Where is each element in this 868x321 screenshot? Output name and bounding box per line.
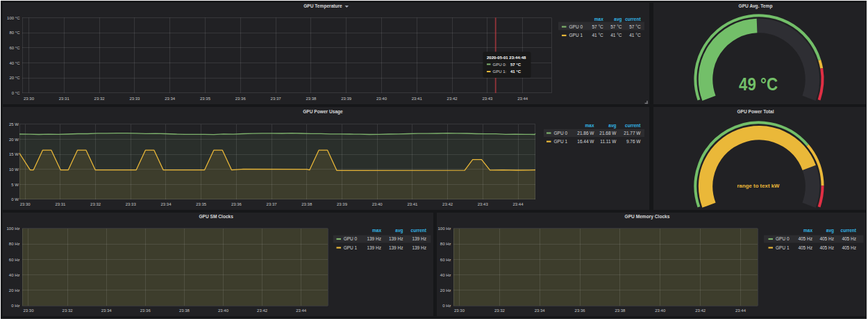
- svg-text:57 °C: 57 °C: [610, 24, 622, 29]
- svg-text:405 Hz: 405 Hz: [819, 245, 834, 250]
- svg-text:21.86 W: 21.86 W: [577, 131, 594, 135]
- svg-text:80 Hz: 80 Hz: [440, 242, 451, 246]
- svg-text:GPU Temperature: GPU Temperature: [303, 3, 342, 9]
- svg-text:57 °C: 57 °C: [629, 24, 641, 29]
- svg-text:16.44 W: 16.44 W: [577, 139, 594, 144]
- svg-text:60 Hz: 60 Hz: [9, 258, 20, 262]
- svg-text:23:30: 23:30: [23, 308, 34, 313]
- svg-text:max: max: [803, 228, 812, 233]
- svg-text:23:35: 23:35: [196, 202, 207, 206]
- svg-text:2020-05-01 23:44:48: 2020-05-01 23:44:48: [487, 56, 526, 60]
- svg-text:GPU 1: GPU 1: [569, 33, 583, 38]
- svg-text:23:44: 23:44: [512, 202, 524, 206]
- svg-text:11.11 W: 11.11 W: [600, 139, 617, 144]
- svg-text:GPU 0: GPU 0: [776, 236, 790, 241]
- svg-text:41 °C: 41 °C: [629, 33, 641, 38]
- svg-text:20 W: 20 W: [9, 138, 19, 142]
- svg-text:23:44: 23:44: [735, 308, 746, 313]
- svg-text:23:42: 23:42: [447, 97, 458, 101]
- svg-text:80 Hz: 80 Hz: [9, 242, 20, 246]
- svg-text:23:34: 23:34: [160, 202, 172, 206]
- svg-text:23:37: 23:37: [267, 202, 278, 206]
- svg-text:GPU Avg. Temp: GPU Avg. Temp: [739, 3, 773, 9]
- svg-text:405 Hz: 405 Hz: [842, 236, 856, 241]
- svg-text:23:41: 23:41: [407, 202, 418, 206]
- svg-text:23:30: 23:30: [24, 97, 35, 101]
- svg-text:21.77 W: 21.77 W: [624, 131, 641, 135]
- svg-text:100 Hz: 100 Hz: [437, 227, 451, 231]
- svg-text:23:31: 23:31: [55, 202, 66, 206]
- svg-text:23:40: 23:40: [376, 97, 387, 101]
- svg-text:max: max: [372, 228, 381, 233]
- svg-text:23:38: 23:38: [306, 97, 317, 101]
- svg-text:21.68 W: 21.68 W: [599, 131, 617, 135]
- svg-text:49 °C: 49 °C: [739, 74, 778, 94]
- svg-text:41 °C: 41 °C: [610, 33, 622, 38]
- svg-text:current: current: [625, 123, 641, 128]
- svg-text:0 Hz: 0 Hz: [442, 304, 451, 308]
- svg-text:10 W: 10 W: [9, 167, 19, 172]
- svg-text:405 Hz: 405 Hz: [798, 245, 812, 250]
- svg-text:avg: avg: [395, 228, 403, 233]
- svg-text:23:44: 23:44: [517, 97, 528, 101]
- svg-text:23:32: 23:32: [90, 202, 101, 206]
- svg-text:GPU 0:: GPU 0:: [493, 63, 507, 67]
- svg-text:23:30: 23:30: [454, 308, 465, 313]
- svg-text:GPU 0: GPU 0: [569, 24, 583, 29]
- svg-text:23:37: 23:37: [271, 97, 282, 101]
- svg-text:avg: avg: [826, 228, 834, 233]
- svg-text:23:39: 23:39: [341, 97, 352, 101]
- svg-text:23:34: 23:34: [101, 308, 112, 313]
- svg-text:60 °C: 60 °C: [9, 46, 20, 50]
- svg-text:23:32: 23:32: [62, 308, 74, 313]
- svg-text:GPU Memory Clocks: GPU Memory Clocks: [625, 214, 670, 220]
- svg-text:9.76 W: 9.76 W: [626, 139, 641, 144]
- svg-text:57 °C: 57 °C: [510, 63, 521, 67]
- svg-text:GPU Power Total: GPU Power Total: [737, 109, 774, 114]
- svg-text:23:33: 23:33: [129, 97, 140, 101]
- svg-text:GPU 0: GPU 0: [344, 236, 358, 241]
- svg-text:23:38: 23:38: [615, 308, 626, 313]
- svg-text:GPU 1: GPU 1: [344, 245, 358, 250]
- svg-text:max: max: [585, 123, 594, 128]
- svg-text:23:32: 23:32: [94, 97, 106, 101]
- svg-text:40 Hz: 40 Hz: [440, 273, 451, 277]
- svg-text:23:38: 23:38: [301, 202, 312, 206]
- svg-text:0 Hz: 0 Hz: [11, 304, 19, 308]
- svg-text:current: current: [625, 17, 641, 22]
- svg-text:40 °C: 40 °C: [9, 61, 20, 65]
- svg-text:GPU 1: GPU 1: [554, 139, 568, 144]
- svg-text:23:36: 23:36: [235, 97, 247, 101]
- svg-text:23:40: 23:40: [218, 308, 229, 313]
- svg-text:57 °C: 57 °C: [592, 24, 603, 29]
- svg-text:405 Hz: 405 Hz: [798, 236, 812, 241]
- svg-text:23:42: 23:42: [695, 308, 706, 313]
- svg-text:GPU 1:: GPU 1:: [493, 69, 507, 74]
- svg-text:23:43: 23:43: [478, 202, 489, 206]
- svg-text:max: max: [594, 17, 603, 22]
- svg-text:0 W: 0 W: [11, 197, 19, 201]
- svg-text:41 °C: 41 °C: [510, 69, 521, 74]
- svg-text:0 °C: 0 °C: [12, 91, 20, 95]
- svg-text:23:35: 23:35: [200, 97, 211, 101]
- svg-text:23:31: 23:31: [59, 97, 70, 101]
- svg-text:23:38: 23:38: [179, 308, 190, 313]
- svg-text:139 Hz: 139 Hz: [389, 236, 403, 241]
- svg-text:23:40: 23:40: [655, 308, 666, 313]
- svg-text:100 °C: 100 °C: [7, 16, 20, 20]
- svg-text:GPU Power Usage: GPU Power Usage: [303, 109, 343, 115]
- svg-text:current: current: [411, 228, 427, 233]
- svg-text:GPU 1: GPU 1: [776, 245, 790, 250]
- svg-text:100 Hz: 100 Hz: [6, 227, 19, 231]
- svg-text:80 °C: 80 °C: [9, 31, 20, 35]
- svg-text:GPU SM Clocks: GPU SM Clocks: [199, 214, 233, 219]
- svg-text:40 Hz: 40 Hz: [9, 273, 20, 277]
- svg-text:23:43: 23:43: [482, 97, 493, 101]
- svg-text:23:40: 23:40: [372, 202, 383, 206]
- svg-text:23:36: 23:36: [575, 308, 586, 313]
- svg-text:23:44: 23:44: [296, 308, 307, 313]
- svg-text:23:34: 23:34: [535, 308, 546, 313]
- svg-text:23:34: 23:34: [165, 97, 176, 101]
- svg-text:23:42: 23:42: [257, 308, 268, 313]
- svg-text:139 Hz: 139 Hz: [412, 236, 426, 241]
